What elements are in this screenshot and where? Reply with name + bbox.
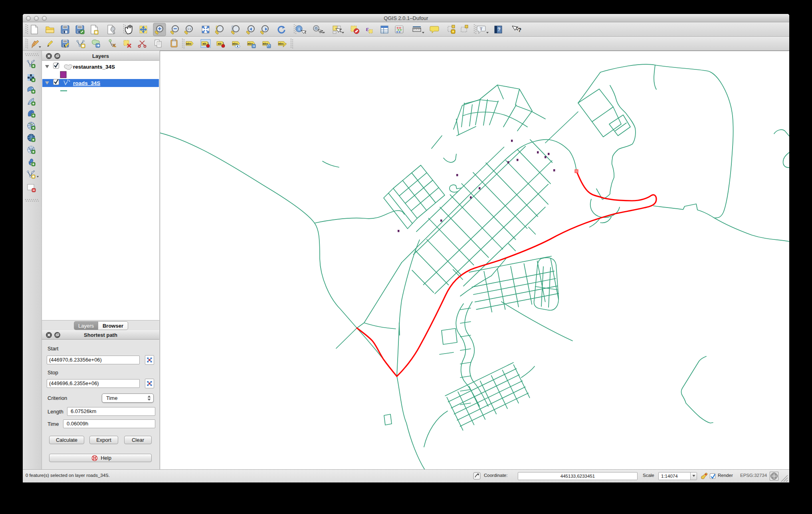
svg-text:ab: ab	[218, 42, 221, 45]
svg-text:?: ?	[497, 27, 500, 32]
svg-text:ε: ε	[366, 25, 368, 33]
svg-text:abc: abc	[186, 42, 192, 45]
svg-text:i: i	[298, 26, 299, 31]
svg-text:ab: ab	[202, 42, 206, 45]
svg-text:roads_34S: roads_34S	[73, 80, 100, 86]
svg-text:1:1: 1:1	[187, 28, 191, 30]
svg-text:abc: abc	[278, 42, 284, 45]
svg-text:T: T	[480, 26, 483, 31]
svg-text:restaurants_34S: restaurants_34S	[73, 64, 115, 70]
svg-text:?: ?	[518, 26, 521, 33]
